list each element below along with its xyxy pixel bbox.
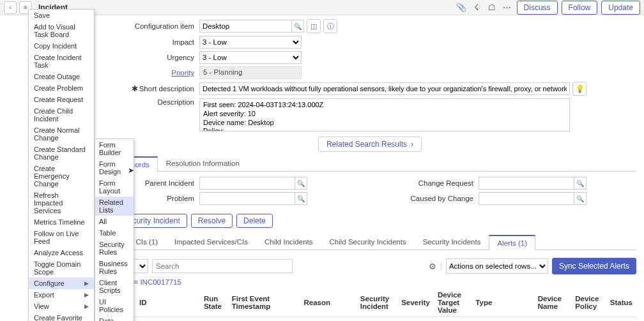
submenu-form-builder[interactable]: Form Builder — [95, 139, 134, 158]
menu-create-normal-change[interactable]: Create Normal Change — [29, 124, 94, 144]
col-device[interactable]: Device Name — [534, 288, 571, 317]
submenu-security-rules[interactable]: Security Rules — [95, 239, 134, 258]
menu-configure-label: Configure — [34, 280, 65, 287]
menu-add-visual-taskboard[interactable]: Add to Visual Task Board — [29, 21, 94, 40]
attachment-icon[interactable]: 📎 — [456, 2, 467, 13]
tab-child-incidents[interactable]: Child Incidents — [256, 234, 321, 250]
menu-view[interactable]: View▶ — [29, 301, 94, 312]
lower-tabs: ffected CIs (1) Impacted Services/CIs Ch… — [103, 234, 636, 250]
config-item-input[interactable] — [199, 20, 292, 33]
menu-save[interactable]: Save — [29, 10, 94, 21]
change-request-label: Change Request — [383, 179, 479, 187]
info-icon[interactable]: ⓘ — [323, 19, 337, 33]
list-search-input[interactable] — [152, 259, 293, 273]
impact-label: Impact — [103, 38, 199, 46]
menu-toggle-domain-scope[interactable]: Toggle Domain Scope — [29, 258, 94, 278]
row-status: OPEN — [606, 317, 636, 322]
col-security-incident[interactable]: Security Incident — [356, 288, 397, 317]
row-run-state: RAN — [200, 317, 228, 322]
row-severity: 10 — [397, 317, 434, 322]
row-security-incident: (empty) — [356, 317, 397, 322]
topbar: ‹ ≡ Incident 📎 ☇ ☖ ⋯ Discuss Follow Upda… — [0, 0, 644, 15]
cursor-icon: ➤ — [128, 166, 134, 175]
col-first-event[interactable]: First Event Timestamp — [228, 288, 300, 317]
tab-impacted-services[interactable]: Impacted Services/CIs — [166, 234, 256, 250]
tab-resolution-info[interactable]: Resolution Information — [158, 156, 248, 171]
update-button[interactable]: Update — [601, 1, 640, 15]
menu-metrics-timeline[interactable]: Metrics Timeline — [29, 216, 94, 228]
more-icon[interactable]: ⋯ — [502, 2, 513, 13]
context-menu: Save Add to Visual Task Board Copy Incid… — [28, 9, 95, 321]
parent-incident-lookup[interactable]: 🔍 — [295, 177, 307, 190]
chevron-right-icon: ▶ — [84, 292, 89, 298]
tab-security-incidents[interactable]: Security Incidents — [415, 234, 489, 250]
priority-label[interactable]: Priority — [103, 69, 199, 77]
col-reason[interactable]: Reason — [300, 288, 356, 317]
short-desc-label: ✱Short description — [103, 84, 199, 93]
config-item-label: Configuration item — [103, 22, 199, 30]
submenu-table[interactable]: Table — [95, 227, 134, 239]
config-item-lookup[interactable]: 🔍 — [291, 20, 304, 33]
submenu-form-layout[interactable]: Form Layout — [95, 177, 134, 197]
related-search-button[interactable]: Related Search Results› — [318, 137, 422, 152]
tag-icon[interactable]: ☖ — [486, 2, 498, 13]
tab-child-security-incidents[interactable]: Child Security Incidents — [321, 234, 415, 250]
urgency-label: Urgency — [103, 54, 199, 61]
menu-create-child-incident[interactable]: Create Child Incident — [29, 105, 94, 124]
menu-copy-incident[interactable]: Copy Incident — [29, 40, 94, 52]
gear-icon[interactable]: ⚙ — [429, 262, 436, 271]
submenu-data-policies[interactable]: Data Policies — [95, 315, 134, 321]
problem-input[interactable] — [199, 192, 295, 205]
resolve-button[interactable]: Resolve — [191, 214, 233, 228]
submenu-client-scripts[interactable]: Client Scripts — [95, 277, 134, 296]
col-id[interactable]: ID — [135, 288, 200, 317]
change-request-lookup[interactable]: 🔍 — [574, 177, 586, 190]
submenu-business-rules[interactable]: Business Rules — [95, 258, 134, 277]
submenu-all[interactable]: All — [95, 216, 134, 227]
caused-by-change-lookup[interactable]: 🔍 — [574, 192, 586, 205]
sync-selected-alerts-button[interactable]: Sync Selected Alerts — [552, 258, 636, 274]
col-policy[interactable]: Device Policy — [571, 288, 606, 317]
tree-icon[interactable]: ◫ — [307, 19, 321, 33]
activity-icon[interactable]: ☇ — [471, 2, 482, 13]
urgency-select[interactable]: 3 - Low — [199, 51, 302, 64]
col-severity[interactable]: Severity — [397, 288, 434, 317]
menu-create-incident-task[interactable]: Create Incident Task — [29, 52, 94, 71]
chevron-right-icon: ▶ — [84, 303, 89, 310]
menu-follow-live-feed[interactable]: Follow on Live Feed — [29, 228, 94, 247]
col-type[interactable]: Type — [471, 288, 533, 317]
list-toolbar: ⚙ | Actions on selected rows... Sync Sel… — [103, 255, 636, 277]
menu-create-favorite[interactable]: Create Favorite — [29, 312, 94, 321]
back-button[interactable]: ‹ — [4, 1, 17, 14]
change-request-input[interactable] — [479, 177, 574, 190]
menu-create-problem[interactable]: Create Problem — [29, 82, 94, 94]
submenu-related-lists[interactable]: Related Lists — [95, 197, 134, 216]
menu-configure[interactable]: Configure▶ — [29, 278, 94, 289]
description-input[interactable] — [199, 98, 570, 131]
submenu-ui-policies[interactable]: UI Policies — [95, 296, 134, 315]
caused-by-change-input[interactable] — [479, 192, 574, 205]
suggestion-icon[interactable]: 💡 — [572, 82, 586, 96]
delete-button[interactable]: Delete — [236, 214, 273, 228]
list-breadcrumb[interactable]: Incident = INC0017715 — [103, 277, 636, 288]
short-desc-input[interactable] — [199, 82, 570, 95]
menu-export[interactable]: Export▶ — [29, 289, 94, 301]
parent-incident-input[interactable] — [199, 177, 295, 190]
menu-create-outage[interactable]: Create Outage — [29, 71, 94, 82]
follow-button[interactable]: Follow — [562, 1, 598, 15]
menu-create-standard-change[interactable]: Create Standard Change — [29, 144, 94, 163]
col-run-state[interactable]: Run State — [200, 288, 228, 317]
col-target[interactable]: Device Target Value — [434, 288, 471, 317]
actions-select[interactable]: Actions on selected rows... — [446, 258, 548, 274]
impact-select[interactable]: 3 - Low — [199, 36, 302, 49]
menu-analyze-access[interactable]: Analyze Access — [29, 247, 94, 258]
mid-tabs: ed Records Resolution Information — [103, 156, 636, 172]
menu-create-emergency-change[interactable]: Create Emergency Change — [29, 163, 94, 190]
problem-lookup[interactable]: 🔍 — [295, 192, 307, 205]
col-status[interactable]: Status — [606, 288, 636, 317]
menu-create-request[interactable]: Create Request — [29, 94, 94, 105]
discuss-button[interactable]: Discuss — [517, 1, 558, 15]
tab-alerts[interactable]: Alerts (1) — [489, 235, 535, 250]
menu-refresh-impacted[interactable]: Refresh Impacted Services — [29, 190, 94, 216]
caused-by-change-label: Caused by Change — [383, 195, 479, 202]
